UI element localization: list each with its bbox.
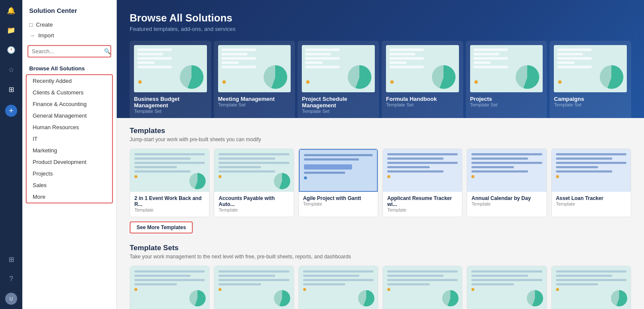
featured-card-0[interactable]: Business Budget Management Template Set xyxy=(130,41,211,118)
featured-card-thumb-2 xyxy=(302,45,375,92)
featured-card-5[interactable]: Campaigns Template Set xyxy=(550,41,631,118)
template-card-0[interactable]: 2 in 1 Event Work Back and R... Template xyxy=(130,148,210,217)
search-input[interactable] xyxy=(32,48,104,55)
template-sets-cards-row: Coronavirus Preparedness Template Set xyxy=(130,266,631,309)
template-card-type-5: Template xyxy=(556,201,626,206)
create-icon: □ xyxy=(29,21,33,28)
bell-icon[interactable]: 🔔 xyxy=(5,4,17,16)
star-icon[interactable]: ☆ xyxy=(5,64,17,76)
featured-card-type-4: Template Set xyxy=(470,102,543,107)
hero-title: Browse All Solutions xyxy=(130,12,631,24)
sidebar-item-finance-accounting[interactable]: Finance & Accounting xyxy=(27,98,112,110)
templates-section: Templates Jump-start your work with pre-… xyxy=(130,127,631,233)
featured-card-4[interactable]: Projects Template Set xyxy=(466,41,547,118)
featured-card-thumb-3 xyxy=(386,45,459,92)
featured-card-thumb-1 xyxy=(218,45,291,92)
content-body: Templates Jump-start your work with pre-… xyxy=(117,118,644,309)
folder-icon[interactable]: 📁 xyxy=(5,24,17,36)
featured-card-type-2: Template Set xyxy=(302,109,375,114)
left-icon-nav: 🔔 📁 🕐 ☆ ⊞ + ⊞ ? U xyxy=(0,0,22,309)
featured-card-name-1: Meeting Management xyxy=(218,96,291,102)
featured-card-thumb-0 xyxy=(134,45,207,92)
create-action[interactable]: □ Create xyxy=(22,19,116,30)
template-sets-title: Template Sets xyxy=(130,244,631,252)
sidebar-item-it[interactable]: IT xyxy=(27,133,112,145)
template-card-name-2: Agile Project with Gantt xyxy=(303,195,374,201)
featured-card-1[interactable]: Meeting Management Template Set xyxy=(214,41,295,118)
featured-card-type-1: Template Set xyxy=(218,102,291,107)
template-card-5[interactable]: Asset Loan Tracker Template xyxy=(551,148,631,217)
sidebar: Solution Center □ Create → Import 🔍 Brow… xyxy=(22,0,117,309)
sidebar-menu: Recently Added Clients & Customers Finan… xyxy=(26,74,113,203)
template-card-name-0: 2 in 1 Event Work Back and R... xyxy=(134,195,205,207)
template-card-type-2: Template xyxy=(303,201,374,206)
browse-all-label: Browse All Solutions xyxy=(22,62,116,74)
featured-card-name-2: Project Schedule Management xyxy=(302,96,375,109)
search-box: 🔍 xyxy=(27,45,111,58)
templates-cards-row: 2 in 1 Event Work Back and R... Template xyxy=(130,148,631,217)
templates-section-subtitle: Jump-start your work with pre-built shee… xyxy=(130,136,631,142)
featured-card-name-0: Business Budget Management xyxy=(134,96,207,109)
featured-card-2[interactable]: Project Schedule Management Template Set xyxy=(298,41,379,118)
template-card-2[interactable]: Agile Project with Gantt Template xyxy=(298,148,378,217)
template-set-card-thumb-0 xyxy=(130,266,209,309)
featured-card-3[interactable]: Formula Handbook Template Set xyxy=(382,41,463,118)
template-set-card-thumb-3 xyxy=(383,266,462,309)
sidebar-item-more[interactable]: More xyxy=(27,191,112,203)
create-label: Create xyxy=(36,21,53,28)
templates-section-title: Templates xyxy=(130,127,631,135)
sidebar-item-product-development[interactable]: Product Development xyxy=(27,156,112,168)
import-icon: → xyxy=(29,32,35,39)
template-set-card-2[interactable]: Agile Backlog and Sprint Plan... Templat… xyxy=(298,266,378,309)
sidebar-item-clients-customers[interactable]: Clients & Customers xyxy=(27,87,112,98)
featured-card-name-5: Campaigns xyxy=(554,96,627,102)
add-button[interactable]: + xyxy=(5,105,17,117)
template-card-1[interactable]: Accounts Payable with Auto... Template xyxy=(214,148,294,217)
template-card-4[interactable]: Annual Calendar by Day Template xyxy=(467,148,547,217)
template-sets-section: Template Sets Take your work management … xyxy=(130,244,631,309)
apps-icon[interactable]: ⊞ xyxy=(5,83,17,95)
template-card-thumb-4 xyxy=(467,149,546,192)
import-action[interactable]: → Import xyxy=(22,30,116,41)
grid-icon[interactable]: ⊞ xyxy=(5,253,17,265)
template-set-card-thumb-2 xyxy=(299,266,378,309)
avatar[interactable]: U xyxy=(5,293,17,305)
template-card-name-1: Accounts Payable with Auto... xyxy=(219,195,289,207)
main-content: Browse All Solutions Featured templates,… xyxy=(117,0,644,309)
help-icon[interactable]: ? xyxy=(5,273,17,285)
sidebar-item-marketing[interactable]: Marketing xyxy=(27,145,112,156)
template-card-type-0: Template xyxy=(134,207,205,212)
template-set-card-thumb-5 xyxy=(552,266,631,309)
template-card-thumb-2 xyxy=(299,149,378,192)
template-card-type-3: Template xyxy=(387,207,458,212)
import-label: Import xyxy=(38,32,54,39)
template-sets-subtitle: Take your work management to the next le… xyxy=(130,254,631,260)
see-more-templates-button[interactable]: See More Templates xyxy=(130,221,193,233)
featured-card-type-5: Template Set xyxy=(554,102,627,107)
template-card-thumb-0 xyxy=(130,149,209,192)
featured-card-type-0: Template Set xyxy=(134,109,207,114)
sidebar-item-recently-added[interactable]: Recently Added xyxy=(27,75,112,87)
template-set-card-5[interactable]: Construction and Facilities M... Templat… xyxy=(551,266,631,309)
sidebar-item-human-resources[interactable]: Human Resources xyxy=(27,121,112,133)
template-card-3[interactable]: Applicant Resume Tracker wi... Template xyxy=(383,148,462,217)
sidebar-item-general-management[interactable]: General Management xyxy=(27,110,112,121)
sidebar-item-sales[interactable]: Sales xyxy=(27,179,112,191)
template-set-card-thumb-4 xyxy=(467,266,546,309)
featured-card-thumb-4 xyxy=(470,45,543,92)
template-set-card-0[interactable]: Coronavirus Preparedness Template Set xyxy=(130,266,210,309)
template-set-card-1[interactable]: Asset Management Template Set xyxy=(214,266,294,309)
sidebar-item-projects[interactable]: Projects xyxy=(27,168,112,179)
featured-card-type-3: Template Set xyxy=(386,102,459,107)
template-card-name-4: Annual Calendar by Day xyxy=(471,195,542,201)
template-set-card-3[interactable]: Business Budget Management Template Set xyxy=(383,266,462,309)
featured-card-name-3: Formula Handbook xyxy=(386,96,459,102)
clock-icon[interactable]: 🕐 xyxy=(5,44,17,56)
template-card-name-5: Asset Loan Tracker xyxy=(556,195,626,201)
featured-card-thumb-5 xyxy=(554,45,627,92)
template-card-thumb-5 xyxy=(552,149,631,192)
template-card-name-3: Applicant Resume Tracker wi... xyxy=(387,195,458,207)
template-card-thumb-3 xyxy=(383,149,462,192)
hero-subtitle: Featured templates, add-ons, and service… xyxy=(130,26,631,32)
template-set-card-4[interactable]: Client Implementation Template Set xyxy=(467,266,547,309)
